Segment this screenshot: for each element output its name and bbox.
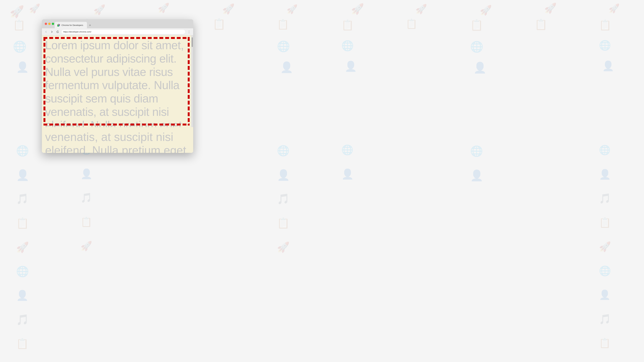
page-content: Lorem ipsum dolor sit amet, consectetur …	[42, 35, 193, 127]
deco-r10-1: 🌐	[16, 266, 29, 278]
deco-icon-1: 🚀	[10, 5, 24, 18]
deco-r4-1: 👤	[16, 61, 29, 73]
new-tab-button[interactable]: +	[88, 23, 92, 28]
deco-r8-2: 📋	[80, 216, 92, 227]
traffic-lights	[45, 23, 54, 25]
forward-icon	[50, 30, 53, 33]
deco-r3-3: 🌐	[277, 40, 290, 52]
back-button[interactable]	[44, 29, 48, 34]
dashed-border-bottom	[44, 124, 190, 125]
deco-icon-r2-10: 📋	[599, 19, 611, 31]
deco-r6-2: 👤	[80, 168, 92, 180]
deco-r5-3: 🌐	[277, 145, 290, 157]
deco-r13-1: 📋	[16, 338, 28, 350]
deco-icon-r2-8: 📋	[470, 19, 483, 31]
deco-r8-4: 📋	[599, 217, 611, 228]
forward-button[interactable]	[50, 29, 54, 34]
close-button[interactable]	[45, 23, 47, 25]
maximize-button[interactable]	[52, 23, 54, 25]
deco-icon-6: 🚀	[286, 4, 298, 14]
scrollbar[interactable]	[191, 35, 193, 127]
deco-icon-11: 🚀	[608, 3, 620, 14]
dashed-border-right	[188, 37, 190, 125]
deco-icon-9: 🚀	[480, 4, 492, 16]
deco-r13-2: 📋	[599, 338, 610, 349]
deco-r7-3: 🎵	[277, 193, 290, 205]
scrollbar-thumb[interactable]	[192, 37, 193, 47]
deco-icon-2: 🚀	[29, 3, 40, 14]
deco-r6-1: 👤	[16, 169, 29, 181]
deco-r11-1: 👤	[16, 290, 28, 301]
deco-r9-2: 🚀	[80, 241, 92, 252]
browser-window: Chrome for Developers + https://develope…	[42, 19, 193, 153]
deco-icon-r2-5: 📋	[277, 19, 289, 30]
deco-r7-1: 🎵	[16, 193, 28, 205]
deco-r3-1: 🌐	[13, 40, 26, 53]
deco-icon-8: 🚀	[416, 3, 427, 14]
dashed-border-top	[44, 37, 190, 39]
deco-icon-r2-1: 📋	[13, 19, 25, 31]
deco-r8-1: 📋	[16, 217, 29, 229]
deco-r9-1: 🚀	[16, 241, 29, 253]
nav-bar: https://developer.chrome.com/ ⋮	[42, 28, 193, 35]
deco-r8-3: 📋	[277, 217, 290, 229]
deco-icon-7: 🚀	[351, 3, 364, 15]
deco-r11-2: 👤	[599, 289, 610, 300]
deco-icon-5: 🚀	[222, 3, 234, 15]
deco-r12-2: 🎵	[599, 314, 611, 325]
below-fold-text: venenatis, at suscipit nisi eleifend. Nu…	[45, 130, 190, 153]
deco-icon-r2-6: 📋	[341, 19, 354, 31]
deco-r9-4: 🚀	[599, 241, 611, 252]
svg-point-2	[58, 25, 59, 25]
deco-r6-5: 👤	[470, 169, 483, 182]
deco-r10-2: 🌐	[599, 265, 611, 277]
deco-icon-10: 🚀	[544, 2, 556, 14]
reload-button[interactable]	[56, 29, 60, 34]
address-bar[interactable]: https://developer.chrome.com/	[61, 29, 186, 34]
deco-r3-6: 🌐	[599, 39, 611, 51]
deco-r6-3: 👤	[277, 169, 290, 181]
back-icon	[45, 30, 47, 33]
deco-r4-6: 👤	[602, 60, 614, 72]
deco-r3-5: 🌐	[470, 40, 483, 53]
deco-icon-4: 🚀	[158, 2, 169, 13]
tab-favicon	[57, 24, 60, 26]
deco-icon-r2-7: 📋	[406, 18, 417, 29]
deco-r7-2: 🎵	[80, 192, 92, 203]
tab-title: Chrome for Developers	[62, 24, 83, 26]
lorem-text: Lorem ipsum dolor sit amet, consectetur …	[45, 39, 188, 127]
deco-r4-4: 👤	[344, 60, 357, 72]
deco-r5-4: 🌐	[341, 144, 354, 156]
deco-r12-1: 🎵	[16, 314, 29, 326]
dashed-border-left	[44, 37, 46, 125]
active-tab[interactable]: Chrome for Developers	[55, 22, 87, 28]
url-text: https://developer.chrome.com/	[63, 30, 91, 33]
deco-r9-3: 🚀	[277, 241, 290, 253]
deco-r5-5: 🌐	[470, 145, 483, 157]
deco-r4-3: 👤	[280, 61, 293, 73]
deco-r5-6: 🌐	[599, 144, 610, 155]
reload-icon	[56, 30, 59, 33]
title-bar: Chrome for Developers +	[42, 19, 193, 28]
deco-r6-4: 👤	[341, 168, 354, 180]
deco-r3-4: 🌐	[341, 40, 354, 51]
deco-icon-r2-9: 📋	[534, 18, 548, 30]
deco-r4-5: 👤	[473, 61, 486, 74]
browser-menu-button[interactable]: ⋮	[187, 29, 191, 34]
deco-r5-1: 🌐	[16, 145, 29, 157]
deco-r7-4: 🎵	[599, 193, 611, 204]
deco-icon-r2-4: 📋	[212, 18, 226, 30]
deco-r6-6: 👤	[599, 169, 611, 180]
below-fold-content: venenatis, at suscipit nisi eleifend. Nu…	[42, 127, 193, 153]
deco-icon-3: 🚀	[94, 4, 106, 15]
minimize-button[interactable]	[48, 23, 50, 25]
tab-bar: Chrome for Developers +	[55, 19, 92, 28]
